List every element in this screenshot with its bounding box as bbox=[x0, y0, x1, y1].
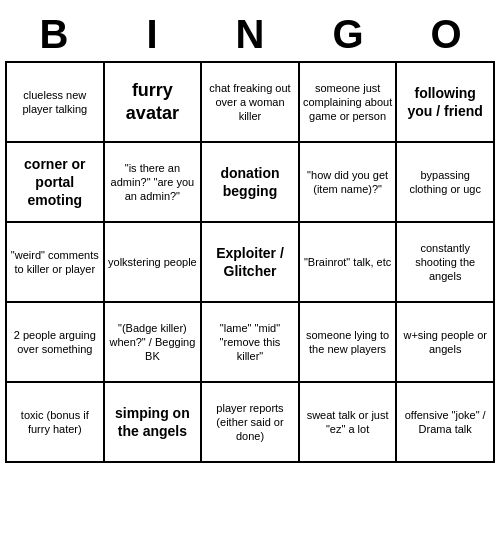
bingo-letter-o: O bbox=[397, 8, 495, 61]
bingo-letter-i: I bbox=[103, 8, 201, 61]
bingo-cell-6[interactable]: "is there an admin?" "are you an admin?" bbox=[105, 143, 203, 223]
bingo-cell-10[interactable]: "weird" comments to killer or player bbox=[7, 223, 105, 303]
bingo-cell-18[interactable]: someone lying to the new players bbox=[300, 303, 398, 383]
bingo-cell-19[interactable]: w+sing people or angels bbox=[397, 303, 495, 383]
bingo-cell-4[interactable]: following you / friend bbox=[397, 63, 495, 143]
bingo-cell-24[interactable]: offensive "joke" / Drama talk bbox=[397, 383, 495, 463]
bingo-letter-n: N bbox=[201, 8, 299, 61]
bingo-grid: clueless new player talkingfurry avatarc… bbox=[5, 61, 495, 463]
bingo-cell-8[interactable]: "how did you get (item name)?" bbox=[300, 143, 398, 223]
bingo-letter-g: G bbox=[299, 8, 397, 61]
bingo-cell-12[interactable]: Exploiter / Glitcher bbox=[202, 223, 300, 303]
bingo-cell-3[interactable]: someone just complaining about game or p… bbox=[300, 63, 398, 143]
bingo-cell-16[interactable]: "(Badge killer) when?" / Begging BK bbox=[105, 303, 203, 383]
bingo-cell-20[interactable]: toxic (bonus if furry hater) bbox=[7, 383, 105, 463]
bingo-cell-13[interactable]: "Brainrot" talk, etc bbox=[300, 223, 398, 303]
bingo-card: BINGO clueless new player talkingfurry a… bbox=[5, 8, 495, 463]
bingo-cell-21[interactable]: simping on the angels bbox=[105, 383, 203, 463]
bingo-cell-5[interactable]: corner or portal emoting bbox=[7, 143, 105, 223]
bingo-header: BINGO bbox=[5, 8, 495, 61]
bingo-cell-9[interactable]: bypassing clothing or ugc bbox=[397, 143, 495, 223]
bingo-cell-7[interactable]: donation begging bbox=[202, 143, 300, 223]
bingo-cell-17[interactable]: "lame" "mid" "remove this killer" bbox=[202, 303, 300, 383]
bingo-cell-0[interactable]: clueless new player talking bbox=[7, 63, 105, 143]
bingo-cell-15[interactable]: 2 people arguing over something bbox=[7, 303, 105, 383]
bingo-cell-23[interactable]: sweat talk or just "ez" a lot bbox=[300, 383, 398, 463]
bingo-cell-2[interactable]: chat freaking out over a woman killer bbox=[202, 63, 300, 143]
bingo-cell-22[interactable]: player reports (either said or done) bbox=[202, 383, 300, 463]
bingo-letter-b: B bbox=[5, 8, 103, 61]
bingo-cell-11[interactable]: yolkstering people bbox=[105, 223, 203, 303]
bingo-cell-14[interactable]: constantly shooting the angels bbox=[397, 223, 495, 303]
bingo-cell-1[interactable]: furry avatar bbox=[105, 63, 203, 143]
